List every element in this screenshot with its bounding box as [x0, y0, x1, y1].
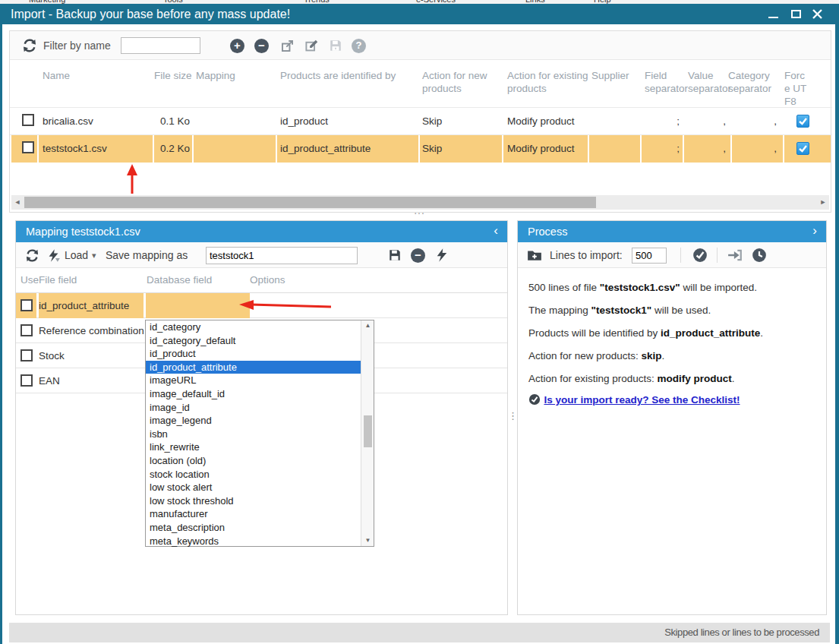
row-checkbox[interactable] — [22, 114, 34, 126]
use-checkbox[interactable] — [21, 349, 33, 361]
process-panel: Process › Lines to import: — [517, 220, 827, 615]
horizontal-splitter[interactable]: ... — [0, 207, 839, 219]
refresh-button[interactable] — [22, 38, 37, 53]
dropdown-item[interactable]: image_legend — [146, 414, 361, 428]
clock-icon — [752, 248, 767, 263]
close-button[interactable] — [809, 4, 826, 24]
cell-identified-by: id_product — [277, 108, 418, 135]
expand-chevron-icon[interactable]: › — [812, 221, 817, 241]
col-action-new: Action for new products — [422, 69, 498, 95]
cell-action-existing: Modify product — [503, 135, 588, 163]
add-folder-button[interactable] — [527, 248, 542, 262]
import-arrow-icon — [727, 248, 743, 262]
collapse-chevron-icon[interactable]: ‹ — [494, 221, 498, 241]
cell-identified-by: id_product_attribute — [277, 135, 418, 163]
mapping-toolbar: Load ▾ Save mapping as − — [16, 242, 507, 268]
files-toolbar: Filter by name + − ? — [10, 31, 831, 60]
lines-to-import-input[interactable] — [632, 248, 667, 264]
dropdown-item[interactable]: id_category — [146, 320, 361, 334]
file-field-label: id_product_attribute — [39, 293, 129, 318]
col-file-size: File size — [154, 69, 196, 82]
mapping-panel-header: Mapping teststock1.csv ‹ — [16, 221, 507, 242]
run-import-button[interactable] — [727, 248, 743, 262]
schedule-button[interactable] — [752, 248, 767, 263]
dropdown-item[interactable]: image_default_id — [146, 387, 361, 401]
save-floppy-icon — [329, 39, 342, 52]
col-database-field: Database field — [147, 274, 212, 286]
cell-file-size: 0.1 Ko — [154, 108, 196, 135]
cell-action-existing: Modify product — [503, 108, 588, 135]
col-value-separator: Value separator — [688, 69, 732, 95]
dropdown-item[interactable]: low stock alert — [146, 481, 361, 494]
toolbar-divider — [680, 248, 681, 263]
mapping-panel-title: Mapping teststock1.csv — [26, 221, 140, 242]
dropdown-item[interactable]: low stock threshold — [146, 494, 361, 508]
load-mapping-icon[interactable] — [46, 248, 61, 263]
save-mapping-button[interactable] — [388, 248, 402, 262]
file-field-label: Stock — [39, 343, 65, 368]
cell-mapping — [194, 135, 276, 163]
maximize-button[interactable] — [788, 4, 805, 24]
scroll-up-arrow[interactable]: ▲ — [361, 320, 374, 331]
lightning-icon — [435, 248, 449, 263]
cell-action-new: Skip — [420, 135, 502, 163]
files-table-header: Name File size Mapping Products are iden… — [10, 60, 831, 107]
dropdown-item-selected[interactable]: id_product_attribute — [146, 361, 361, 374]
force-utf8-checkbox[interactable] — [796, 115, 809, 128]
validate-button[interactable] — [692, 248, 708, 263]
load-button-label[interactable]: Load — [65, 242, 88, 268]
save-disabled-button[interactable] — [329, 39, 342, 52]
refresh-icon — [25, 248, 39, 263]
apply-mapping-button[interactable] — [435, 248, 449, 263]
scrollbar-thumb[interactable] — [364, 415, 372, 447]
col-mapping: Mapping — [196, 69, 264, 82]
edit-button[interactable] — [304, 39, 319, 53]
filter-input[interactable] — [121, 37, 200, 54]
save-mapping-as-label: Save mapping as — [106, 242, 188, 268]
cell-category-separator: , — [732, 108, 783, 135]
remove-file-button[interactable]: − — [254, 39, 269, 53]
dropdown-item[interactable]: id_category_default — [146, 334, 361, 348]
vertical-splitter[interactable]: ⋮ — [508, 242, 517, 615]
add-file-button[interactable]: + — [230, 39, 244, 53]
open-external-button[interactable] — [280, 39, 295, 53]
dropdown-item[interactable]: isbn — [146, 428, 361, 441]
row-checkbox[interactable] — [22, 141, 34, 153]
annotation-arrow-up — [122, 163, 142, 195]
delete-mapping-button[interactable]: − — [411, 248, 425, 263]
check-icon — [797, 115, 809, 127]
mapping-name-input[interactable] — [206, 247, 358, 264]
dropdown-item[interactable]: stock location — [146, 468, 361, 481]
checklist-link[interactable]: Is your import ready? See the Checklist! — [544, 394, 740, 406]
refresh-mapping-button[interactable] — [25, 248, 39, 263]
dropdown-item[interactable]: meta_keywords — [146, 535, 361, 548]
dropdown-item[interactable]: meta_description — [146, 521, 361, 535]
use-checkbox[interactable] — [21, 324, 33, 336]
cell-value-separator: , — [684, 135, 730, 163]
dropdown-item[interactable]: imageURL — [146, 374, 361, 387]
checklist-row: Is your import ready? See the Checklist! — [528, 393, 740, 406]
dropdown-item[interactable]: manufacturer — [146, 507, 361, 521]
scroll-down-arrow[interactable]: ▼ — [361, 535, 374, 546]
database-field-cell-empty[interactable] — [146, 293, 250, 318]
minimize-button[interactable] — [765, 4, 782, 24]
force-utf8-checkbox[interactable] — [796, 142, 809, 155]
dropdown-item[interactable]: link_rewrite — [146, 440, 361, 454]
load-caret-icon[interactable]: ▾ — [92, 242, 96, 268]
lines-to-import-label: Lines to import: — [550, 242, 623, 268]
process-panel-header: Process › — [518, 221, 826, 242]
dropdown-scrollbar[interactable]: ▲ ▼ — [361, 320, 374, 546]
cell-action-new: Skip — [420, 108, 502, 135]
dropdown-item[interactable]: location (old) — [146, 454, 361, 468]
help-button[interactable]: ? — [352, 39, 366, 53]
dialog-right-border — [835, 24, 839, 644]
file-row-bricalia[interactable]: bricalia.csv 0.1 Ko id_product Skip Modi… — [10, 107, 832, 134]
use-checkbox[interactable] — [21, 299, 33, 311]
cell-name: bricalia.csv — [39, 108, 153, 135]
dropdown-item[interactable]: id_product — [146, 347, 361, 361]
mapping-panel: Mapping teststock1.csv ‹ Load ▾ Save map… — [15, 220, 508, 615]
use-checkbox[interactable] — [21, 374, 33, 387]
col-field-separator: Field separator — [645, 69, 690, 95]
dropdown-item[interactable]: image_id — [146, 401, 361, 415]
file-row-teststock1[interactable]: teststock1.csv 0.2 Ko id_product_attribu… — [10, 134, 832, 162]
